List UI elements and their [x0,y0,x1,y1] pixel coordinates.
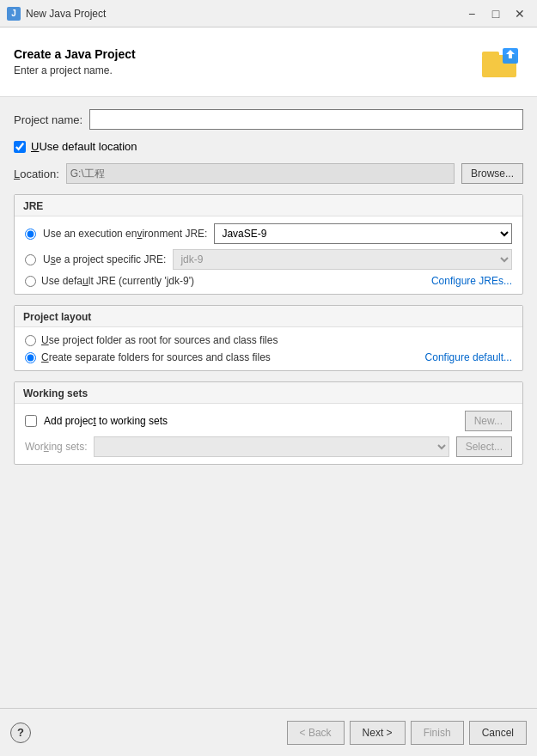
footer-left: ? [10,722,31,743]
app-icon: J [7,7,21,21]
add-working-sets-checkbox[interactable] [25,415,37,427]
title-bar-text: New Java Project [26,8,461,20]
add-working-sets-label[interactable]: Add project to working sets [44,415,458,427]
jre-section-content: Use an execution environment JRE: JavaSE… [15,216,522,294]
header-folder-icon [479,40,523,84]
jre-option3-radio[interactable] [25,276,36,287]
project-name-input[interactable] [89,109,523,130]
working-sets-label: Working sets: [25,441,87,453]
jre-environment-select[interactable]: JavaSE-9 JavaSE-8 JavaSE-11 [214,223,512,244]
jre-section: JRE Use an execution environment JRE: Ja… [14,194,523,295]
project-name-label: Project name: [14,113,82,126]
dialog-body: Create a Java Project Enter a project na… [0,27,537,756]
layout-option2-row: Create separate folders for sources and … [25,351,512,363]
close-button[interactable]: ✕ [510,5,530,22]
configure-default-link[interactable]: Configure default... [425,351,512,363]
jre-specific-select[interactable]: jdk-9 [173,249,512,270]
dialog-main: Project name: UUse default location Loca… [0,97,537,708]
layout-option1-label[interactable]: Use project folder as root for sources a… [41,334,278,346]
jre-option2-label[interactable]: Use a project specific JRE: [43,253,166,265]
location-label: Location: [14,168,59,180]
back-button[interactable]: < Back [287,721,345,745]
new-working-set-button[interactable]: New... [465,411,512,431]
jre-option3-row: Use default JRE (currently 'jdk-9') Conf… [25,275,512,287]
title-bar: J New Java Project − □ ✕ [0,0,537,27]
next-button[interactable]: Next > [350,721,406,745]
location-input[interactable] [66,163,455,184]
svg-rect-1 [482,52,499,57]
jre-option1-row: Use an execution environment JRE: JavaSE… [25,223,512,244]
configure-jres-link[interactable]: Configure JREs... [431,275,512,287]
project-name-row: Project name: [14,109,523,130]
layout-option1-radio[interactable] [25,335,36,346]
use-default-location-checkbox[interactable] [14,141,26,153]
dialog-subtitle: Enter a project name. [14,64,136,76]
header-text: Create a Java Project Enter a project na… [14,47,136,76]
select-working-set-button[interactable]: Select... [456,436,512,457]
jre-option3-label[interactable]: Use default JRE (currently 'jdk-9') [41,275,194,287]
jre-option2-row: Use a project specific JRE: jdk-9 [25,249,512,270]
working-sets-section-title: Working sets [15,382,522,404]
working-sets-content: Add project to working sets New... Worki… [15,404,522,464]
project-layout-section-title: Project layout [15,306,522,327]
location-row: Location: Browse... [14,163,523,184]
dialog-header: Create a Java Project Enter a project na… [0,27,537,97]
project-layout-section: Project layout Use project folder as roo… [14,305,523,371]
minimize-button[interactable]: − [461,5,482,22]
layout-option2-label[interactable]: Create separate folders for sources and … [41,351,413,363]
add-to-working-sets-row: Add project to working sets New... [25,411,512,431]
layout-option1-row: Use project folder as root for sources a… [25,334,512,346]
footer-right: < Back Next > Finish Cancel [287,721,527,745]
working-sets-section: Working sets Add project to working sets… [14,381,523,465]
layout-option2-radio[interactable] [25,352,36,363]
help-button[interactable]: ? [10,722,31,743]
browse-button[interactable]: Browse... [461,163,523,184]
dialog-title: Create a Java Project [14,47,136,61]
jre-section-title: JRE [15,195,522,216]
jre-option1-label[interactable]: Use an execution environment JRE: [43,228,207,240]
window-controls: − □ ✕ [461,5,530,22]
use-default-location-label[interactable]: UUse default location [31,140,137,153]
project-layout-content: Use project folder as root for sources a… [15,327,522,370]
maximize-button[interactable]: □ [485,5,506,22]
jre-option2-radio[interactable] [25,254,36,265]
cancel-button[interactable]: Cancel [469,721,527,745]
use-default-location-row: UUse default location [14,140,523,153]
working-sets-select-row: Working sets: Select... [25,436,512,457]
dialog-footer: ? < Back Next > Finish Cancel [0,708,537,756]
working-sets-select[interactable] [94,436,449,457]
jre-option1-radio[interactable] [25,229,36,240]
finish-button[interactable]: Finish [411,721,464,745]
